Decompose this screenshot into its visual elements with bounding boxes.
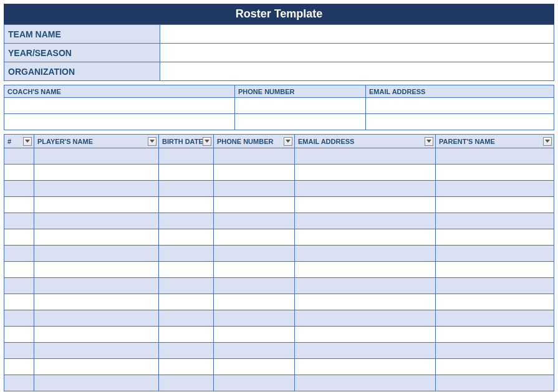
roster-cell-num[interactable] xyxy=(4,327,34,343)
roster-cell-birth[interactable] xyxy=(159,229,214,246)
roster-cell-num[interactable] xyxy=(4,148,34,165)
roster-cell-birth[interactable] xyxy=(159,181,214,197)
roster-cell-phone[interactable] xyxy=(214,148,295,165)
coach-email-cell[interactable] xyxy=(366,98,554,114)
roster-cell-email[interactable] xyxy=(295,181,436,197)
roster-cell-num[interactable] xyxy=(4,181,34,197)
roster-cell-num[interactable] xyxy=(4,343,34,359)
roster-cell-name[interactable] xyxy=(34,229,159,246)
roster-cell-name[interactable] xyxy=(34,375,159,391)
roster-cell-birth[interactable] xyxy=(159,278,214,294)
roster-cell-email[interactable] xyxy=(295,262,436,278)
roster-cell-phone[interactable] xyxy=(214,278,295,294)
roster-cell-phone[interactable] xyxy=(214,181,295,197)
roster-cell-email[interactable] xyxy=(295,165,436,181)
filter-dropdown-icon[interactable] xyxy=(203,137,211,146)
year-season-value[interactable] xyxy=(160,44,554,62)
roster-cell-birth[interactable] xyxy=(159,165,214,181)
roster-cell-phone[interactable] xyxy=(214,375,295,391)
roster-cell-email[interactable] xyxy=(295,327,436,343)
roster-cell-email[interactable] xyxy=(295,229,436,246)
organization-value[interactable] xyxy=(160,62,554,81)
roster-cell-parent[interactable] xyxy=(436,229,554,246)
roster-cell-parent[interactable] xyxy=(436,213,554,229)
roster-cell-phone[interactable] xyxy=(214,327,295,343)
roster-cell-email[interactable] xyxy=(295,213,436,229)
roster-cell-num[interactable] xyxy=(4,197,34,213)
roster-cell-name[interactable] xyxy=(34,148,159,165)
roster-cell-num[interactable] xyxy=(4,278,34,294)
roster-cell-birth[interactable] xyxy=(159,246,214,262)
roster-cell-phone[interactable] xyxy=(214,197,295,213)
roster-cell-parent[interactable] xyxy=(436,278,554,294)
roster-cell-phone[interactable] xyxy=(214,359,295,375)
roster-cell-email[interactable] xyxy=(295,310,436,327)
roster-cell-birth[interactable] xyxy=(159,148,214,165)
roster-cell-parent[interactable] xyxy=(436,343,554,359)
roster-cell-parent[interactable] xyxy=(436,310,554,327)
roster-cell-phone[interactable] xyxy=(214,310,295,327)
filter-dropdown-icon[interactable] xyxy=(284,137,292,146)
roster-cell-name[interactable] xyxy=(34,246,159,262)
roster-cell-name[interactable] xyxy=(34,359,159,375)
roster-cell-name[interactable] xyxy=(34,278,159,294)
roster-cell-parent[interactable] xyxy=(436,165,554,181)
coach-phone-cell[interactable] xyxy=(235,98,366,114)
roster-cell-phone[interactable] xyxy=(214,262,295,278)
roster-cell-name[interactable] xyxy=(34,181,159,197)
roster-cell-email[interactable] xyxy=(295,294,436,310)
roster-cell-parent[interactable] xyxy=(436,294,554,310)
roster-cell-email[interactable] xyxy=(295,359,436,375)
roster-cell-birth[interactable] xyxy=(159,343,214,359)
roster-cell-name[interactable] xyxy=(34,327,159,343)
roster-cell-parent[interactable] xyxy=(436,375,554,391)
team-name-value[interactable] xyxy=(160,25,554,44)
roster-cell-email[interactable] xyxy=(295,246,436,262)
roster-cell-birth[interactable] xyxy=(159,327,214,343)
roster-cell-parent[interactable] xyxy=(436,327,554,343)
roster-cell-email[interactable] xyxy=(295,375,436,391)
roster-cell-email[interactable] xyxy=(295,197,436,213)
roster-cell-parent[interactable] xyxy=(436,246,554,262)
filter-dropdown-icon[interactable] xyxy=(148,137,156,146)
roster-cell-name[interactable] xyxy=(34,294,159,310)
roster-cell-phone[interactable] xyxy=(214,213,295,229)
roster-cell-birth[interactable] xyxy=(159,359,214,375)
roster-cell-parent[interactable] xyxy=(436,359,554,375)
roster-cell-email[interactable] xyxy=(295,278,436,294)
roster-cell-num[interactable] xyxy=(4,246,34,262)
roster-cell-phone[interactable] xyxy=(214,165,295,181)
roster-cell-phone[interactable] xyxy=(214,294,295,310)
roster-cell-phone[interactable] xyxy=(214,343,295,359)
roster-cell-birth[interactable] xyxy=(159,262,214,278)
roster-cell-birth[interactable] xyxy=(159,197,214,213)
roster-cell-birth[interactable] xyxy=(159,375,214,391)
roster-cell-num[interactable] xyxy=(4,262,34,278)
roster-cell-email[interactable] xyxy=(295,148,436,165)
roster-cell-email[interactable] xyxy=(295,343,436,359)
roster-cell-name[interactable] xyxy=(34,343,159,359)
coach-name-cell[interactable] xyxy=(4,98,235,114)
roster-cell-phone[interactable] xyxy=(214,246,295,262)
roster-cell-name[interactable] xyxy=(34,165,159,181)
roster-cell-phone[interactable] xyxy=(214,229,295,246)
coach-phone-cell[interactable] xyxy=(235,114,366,130)
roster-cell-num[interactable] xyxy=(4,213,34,229)
roster-cell-num[interactable] xyxy=(4,229,34,246)
roster-cell-name[interactable] xyxy=(34,310,159,327)
filter-dropdown-icon[interactable] xyxy=(425,137,433,146)
filter-dropdown-icon[interactable] xyxy=(23,137,32,146)
roster-cell-name[interactable] xyxy=(34,262,159,278)
roster-cell-num[interactable] xyxy=(4,294,34,310)
roster-cell-num[interactable] xyxy=(4,310,34,327)
roster-cell-num[interactable] xyxy=(4,165,34,181)
roster-cell-parent[interactable] xyxy=(436,181,554,197)
roster-cell-birth[interactable] xyxy=(159,310,214,327)
roster-cell-name[interactable] xyxy=(34,213,159,229)
roster-cell-name[interactable] xyxy=(34,197,159,213)
roster-cell-birth[interactable] xyxy=(159,213,214,229)
roster-cell-birth[interactable] xyxy=(159,294,214,310)
coach-email-cell[interactable] xyxy=(366,114,554,130)
roster-cell-parent[interactable] xyxy=(436,197,554,213)
roster-cell-num[interactable] xyxy=(4,375,34,391)
